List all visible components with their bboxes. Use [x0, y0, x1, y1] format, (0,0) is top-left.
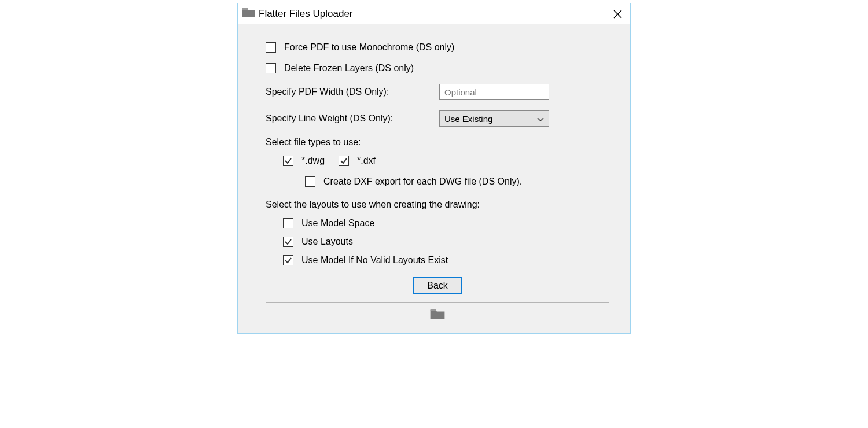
use-model-if-none-checkbox[interactable]	[283, 255, 293, 265]
force-monochrome-label: Force PDF to use Monochrome (DS only)	[284, 42, 454, 53]
force-monochrome-checkbox[interactable]	[266, 42, 276, 53]
folder-icon	[242, 8, 255, 20]
delete-frozen-label: Delete Frozen Layers (DS only)	[284, 63, 414, 73]
svg-rect-0	[242, 8, 248, 10]
svg-rect-3	[431, 309, 436, 311]
dialog-content: Force PDF to use Monochrome (DS only) De…	[238, 24, 630, 333]
line-weight-label: Specify Line Weight (DS Only):	[266, 113, 439, 124]
pdf-width-label: Specify PDF Width (DS Only):	[266, 87, 439, 97]
divider	[266, 302, 609, 303]
use-layouts-label: Use Layouts	[301, 237, 353, 247]
filetypes-section-label: Select file types to use:	[266, 137, 609, 147]
back-button[interactable]: Back	[413, 277, 462, 294]
use-model-space-checkbox[interactable]	[283, 218, 293, 228]
delete-frozen-checkbox[interactable]	[266, 63, 276, 73]
filetype-dxf-label: *.dxf	[357, 156, 376, 166]
window-title: Flatter Files Uploader	[259, 8, 353, 20]
close-button[interactable]	[610, 7, 624, 21]
chevron-down-icon	[537, 114, 544, 124]
titlebar: Flatter Files Uploader	[238, 3, 630, 24]
line-weight-select[interactable]: Use Existing	[439, 110, 549, 127]
layouts-section-label: Select the layouts to use when creating …	[266, 200, 609, 210]
footer	[266, 309, 609, 326]
use-model-space-label: Use Model Space	[301, 218, 374, 228]
pdf-width-input[interactable]: Optional	[439, 84, 549, 100]
line-weight-value: Use Existing	[444, 114, 492, 124]
use-model-if-none-label: Use Model If No Valid Layouts Exist	[301, 255, 448, 265]
create-dxf-export-checkbox[interactable]	[305, 176, 315, 187]
filetype-dwg-checkbox[interactable]	[283, 156, 293, 166]
dialog-window: Flatter Files Uploader Force PDF to use …	[237, 3, 631, 334]
filetype-dxf-checkbox[interactable]	[339, 156, 349, 166]
folder-icon	[430, 309, 445, 322]
close-icon	[613, 10, 622, 19]
create-dxf-export-label: Create DXF export for each DWG file (DS …	[323, 176, 522, 187]
use-layouts-checkbox[interactable]	[283, 237, 293, 247]
filetype-dwg-label: *.dwg	[301, 156, 325, 166]
